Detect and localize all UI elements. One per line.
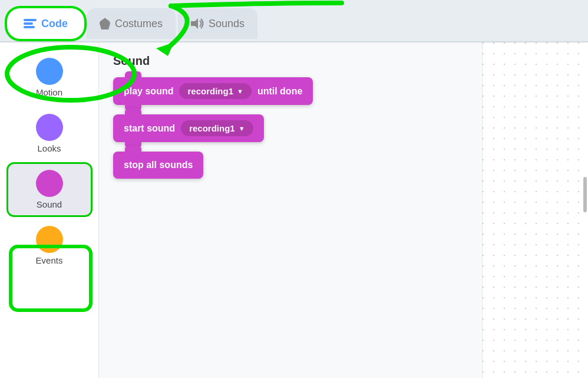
- sidebar-item-motion[interactable]: Motion: [8, 52, 91, 103]
- costumes-icon: [100, 18, 110, 29]
- sidebar-label-sound: Sound: [37, 199, 62, 209]
- blocks-area: Sound play sound recording1 ▼ until done…: [99, 42, 482, 378]
- sidebar-label-events: Events: [36, 255, 63, 265]
- dot-grid-panel: [482, 42, 588, 378]
- block-play-sound[interactable]: play sound recording1 ▼ until done: [113, 77, 313, 105]
- scrollbar[interactable]: [583, 177, 587, 212]
- block-row-play-sound: play sound recording1 ▼ until done: [113, 77, 468, 105]
- sidebar-label-motion: Motion: [36, 87, 62, 97]
- sidebar-item-looks[interactable]: Looks: [8, 108, 91, 159]
- dropdown-arrow-1: ▼: [237, 88, 243, 95]
- main-area: Motion Looks Sound Events Sound play sou…: [0, 42, 588, 378]
- code-icon: [24, 19, 37, 28]
- block-start-sound-dropdown[interactable]: recording1 ▼: [181, 120, 253, 136]
- sidebar-item-events[interactable]: Events: [8, 220, 91, 271]
- block-play-sound-dropdown[interactable]: recording1 ▼: [179, 83, 251, 99]
- block-play-sound-suffix: until done: [257, 86, 302, 97]
- dropdown-label-recording1-2: recording1: [189, 123, 235, 133]
- section-title: Sound: [113, 54, 468, 68]
- sidebar-item-sound[interactable]: Sound: [8, 164, 91, 215]
- svg-rect-1: [24, 22, 33, 25]
- tab-sounds-label: Sounds: [209, 18, 245, 30]
- block-start-sound[interactable]: start sound recording1 ▼: [113, 114, 264, 142]
- svg-rect-2: [24, 26, 35, 28]
- tab-code[interactable]: Code: [7, 8, 84, 39]
- sidebar: Motion Looks Sound Events: [0, 42, 99, 378]
- events-circle: [36, 226, 63, 253]
- sidebar-label-looks: Looks: [37, 143, 61, 153]
- dropdown-arrow-2: ▼: [239, 125, 245, 132]
- svg-marker-3: [191, 18, 198, 29]
- sound-circle: [36, 170, 63, 197]
- tab-code-label: Code: [41, 18, 68, 30]
- block-stop-all-sounds[interactable]: stop all sounds: [113, 152, 203, 179]
- tab-costumes[interactable]: Costumes: [87, 8, 176, 39]
- tab-bar: Code Costumes Sounds: [0, 0, 588, 42]
- tab-sounds[interactable]: Sounds: [178, 8, 257, 39]
- block-play-sound-prefix: play sound: [124, 86, 173, 97]
- motion-circle: [36, 58, 63, 85]
- svg-rect-0: [24, 19, 37, 21]
- block-row-stop-all: stop all sounds: [113, 152, 468, 179]
- tab-costumes-label: Costumes: [115, 18, 163, 30]
- block-row-start-sound: start sound recording1 ▼: [113, 114, 468, 142]
- dropdown-label-recording1: recording1: [187, 86, 233, 96]
- block-start-sound-prefix: start sound: [124, 123, 175, 134]
- looks-circle: [36, 114, 63, 141]
- sounds-icon: [191, 18, 204, 29]
- block-stop-all-label: stop all sounds: [124, 160, 193, 170]
